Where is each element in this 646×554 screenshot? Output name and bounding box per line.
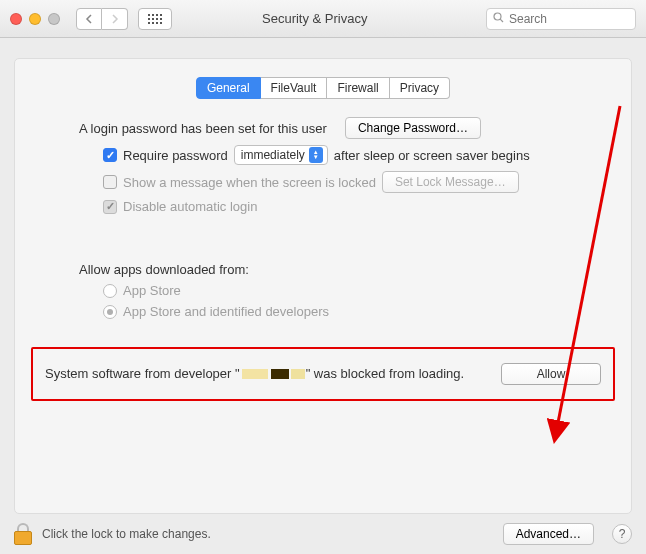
lock-icon[interactable] (14, 523, 32, 545)
close-icon[interactable] (10, 13, 22, 25)
login-password-row: A login password has been set for this u… (79, 117, 615, 139)
search-icon (493, 11, 504, 26)
search-field[interactable] (486, 8, 636, 30)
show-message-checkbox (103, 175, 117, 189)
search-input[interactable] (509, 12, 646, 26)
set-lock-message-button: Set Lock Message… (382, 171, 519, 193)
svg-rect-1 (152, 14, 154, 16)
login-password-text: A login password has been set for this u… (79, 121, 327, 136)
show-message-row: Show a message when the screen is locked… (103, 171, 615, 193)
require-password-after: after sleep or screen saver begins (334, 148, 530, 163)
require-password-label: Require password (123, 148, 228, 163)
footer: Click the lock to make changes. Advanced… (0, 514, 646, 554)
back-button[interactable] (76, 8, 102, 30)
svg-point-12 (494, 13, 501, 20)
main-panel: General FileVault Firewall Privacy A log… (14, 58, 632, 514)
require-password-row: Require password immediately ▲▼ after sl… (103, 145, 615, 165)
minimize-icon[interactable] (29, 13, 41, 25)
blocked-suffix: " was blocked from loading. (306, 366, 465, 381)
tab-bar: General FileVault Firewall Privacy (31, 77, 615, 99)
blocked-software-text: System software from developer "" was bl… (45, 365, 464, 383)
tab-firewall[interactable]: Firewall (327, 77, 389, 99)
advanced-button[interactable]: Advanced… (503, 523, 594, 545)
allow-apps-label: Allow apps downloaded from: (79, 262, 615, 277)
svg-line-13 (500, 19, 503, 22)
zoom-icon (48, 13, 60, 25)
redacted-name (271, 369, 289, 379)
blocked-prefix: System software from developer " (45, 366, 240, 381)
tab-filevault[interactable]: FileVault (261, 77, 328, 99)
require-password-delay-select[interactable]: immediately ▲▼ (234, 145, 328, 165)
svg-rect-10 (156, 22, 158, 24)
redacted-name (291, 369, 305, 379)
svg-rect-5 (152, 18, 154, 20)
change-password-button[interactable]: Change Password… (345, 117, 481, 139)
allow-identified-label: App Store and identified developers (123, 304, 329, 319)
svg-rect-6 (156, 18, 158, 20)
svg-rect-0 (148, 14, 150, 16)
blocked-software-notice: System software from developer "" was bl… (31, 347, 615, 401)
svg-rect-8 (148, 22, 150, 24)
svg-rect-2 (156, 14, 158, 16)
show-all-button[interactable] (138, 8, 172, 30)
svg-rect-3 (160, 14, 162, 16)
forward-button[interactable] (102, 8, 128, 30)
window-title: Security & Privacy (262, 11, 367, 26)
svg-rect-11 (160, 22, 162, 24)
allow-identified-row: App Store and identified developers (103, 304, 615, 319)
redacted-name (242, 369, 268, 379)
allow-appstore-label: App Store (123, 283, 181, 298)
allow-appstore-row: App Store (103, 283, 615, 298)
require-password-delay-value: immediately (241, 148, 305, 162)
svg-rect-9 (152, 22, 154, 24)
require-password-checkbox[interactable] (103, 148, 117, 162)
help-button[interactable]: ? (612, 524, 632, 544)
allow-identified-radio (103, 305, 117, 319)
svg-rect-7 (160, 18, 162, 20)
disable-auto-login-label: Disable automatic login (123, 199, 257, 214)
disable-auto-login-checkbox (103, 200, 117, 214)
nav-buttons (76, 8, 128, 30)
chevron-updown-icon: ▲▼ (309, 147, 323, 163)
tab-general[interactable]: General (196, 77, 261, 99)
show-message-label: Show a message when the screen is locked (123, 175, 376, 190)
allow-appstore-radio (103, 284, 117, 298)
lock-hint: Click the lock to make changes. (42, 527, 211, 541)
tab-privacy[interactable]: Privacy (390, 77, 450, 99)
allow-button[interactable]: Allow (501, 363, 601, 385)
window-controls (10, 13, 60, 25)
disable-auto-login-row: Disable automatic login (103, 199, 615, 214)
svg-rect-4 (148, 18, 150, 20)
titlebar: Security & Privacy (0, 0, 646, 38)
